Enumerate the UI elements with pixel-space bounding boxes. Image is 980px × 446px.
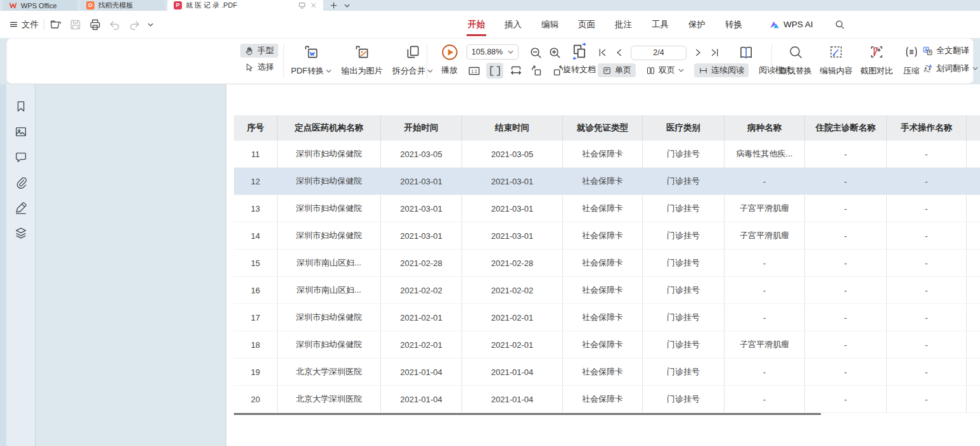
cell-medical-category: 门诊挂号 [643, 331, 725, 358]
previous-page-icon[interactable] [614, 47, 625, 58]
cell-disease-name: - [725, 250, 805, 276]
menu-tools[interactable]: 工具 [650, 13, 670, 36]
table-row[interactable]: 14 深圳市妇幼保健院 2021-03-01 2021-03-01 社会保障卡 … [234, 222, 980, 250]
cell-institution: 深圳市南山区妇... [278, 277, 381, 303]
cell-inpatient-diagnosis: - [805, 359, 887, 385]
double-page-button[interactable]: 双页 [642, 63, 688, 77]
continuous-read-button[interactable]: 连续阅读 [694, 63, 749, 77]
export-image-button[interactable]: 输出为图片 [335, 39, 389, 77]
chevron-down-icon [508, 50, 513, 54]
tab-docer-templates[interactable]: D 找稻壳模板 [80, 0, 165, 11]
screenshot-compare-button[interactable]: 截图对比 [856, 39, 897, 77]
menu-edit[interactable]: 编辑 [540, 13, 560, 36]
zoom-level-dropdown[interactable]: 105.88% [467, 44, 519, 60]
table-row[interactable]: 17 深圳市妇幼保健院 2021-02-01 2021-02-01 社会保障卡 … [234, 304, 980, 331]
cell-disease-name: - [725, 386, 805, 412]
select-tool-button[interactable]: 选择 [240, 60, 278, 74]
tab-pdf-document[interactable]: P 就 医 记 录 .PDF [167, 0, 323, 11]
find-replace-button[interactable]: 查找替换 [775, 39, 816, 77]
menu-protect[interactable]: 保护 [687, 13, 707, 36]
left-edge-strip [0, 84, 6, 446]
table-row[interactable]: 15 深圳市南山区妇... 2021-02-28 2021-02-28 社会保障… [234, 250, 980, 277]
menu-convert[interactable]: 转换 [724, 13, 744, 36]
divider [35, 84, 35, 446]
file-menu-button[interactable]: 文件 [9, 19, 39, 30]
pdf-page[interactable]: 序号 定点医药机构名称 开始时间 结束时间 就诊凭证类型 医疗类别 病种名称 住… [226, 84, 980, 446]
signature-pen-icon[interactable] [14, 201, 28, 215]
thumbnail-image-icon[interactable] [14, 125, 28, 139]
bookmark-icon[interactable] [14, 99, 28, 113]
actual-size-button[interactable]: 1:1 [465, 63, 482, 79]
menu-page[interactable]: 页面 [577, 13, 596, 36]
menu-insert[interactable]: 插入 [503, 13, 523, 36]
monitor-icon[interactable] [298, 1, 306, 10]
hand-tool-button[interactable]: 手型 [240, 44, 278, 58]
pdf-convert-button[interactable]: PDF转换 [287, 39, 335, 77]
table-row[interactable]: 12 深圳市妇幼保健院 2021-03-01 2021-03-01 社会保障卡 … [234, 168, 980, 195]
quick-access-chevron-icon[interactable] [148, 23, 153, 27]
cell-disease-name: - [725, 277, 805, 303]
word-translate-label: 划词翻译 [936, 63, 969, 74]
attachment-icon[interactable] [14, 175, 28, 189]
cell-operation-name: - [887, 277, 967, 303]
menu-home[interactable]: 开始 [467, 13, 486, 36]
full-text-translate-button[interactable]: A 全文翻译 [921, 44, 979, 58]
fit-page-icon [509, 64, 523, 78]
table-row[interactable]: 18 深圳市妇幼保健院 2021-02-01 2021-02-01 社会保障卡 … [234, 331, 980, 359]
continuous-read-label: 连续阅读 [711, 65, 744, 76]
menu-comment[interactable]: 批注 [614, 13, 633, 36]
redo-icon[interactable] [128, 18, 141, 31]
find-replace-icon [788, 44, 803, 60]
cell-operation-name: - [887, 250, 967, 276]
cell-operation-name: - [887, 195, 967, 222]
comment-icon[interactable] [14, 150, 28, 164]
edit-content-button[interactable]: 编辑内容 [816, 39, 856, 77]
read-mode-icon[interactable] [738, 44, 754, 61]
cell-inpatient-diagnosis: - [805, 195, 887, 222]
play-label: 播放 [441, 65, 458, 76]
table-row[interactable]: 11 深圳市妇幼保健院 2021-03-05 2021-03-05 社会保障卡 … [234, 141, 980, 168]
last-page-icon[interactable] [709, 47, 721, 58]
new-tab-icon[interactable] [330, 1, 338, 10]
search-icon[interactable] [834, 19, 845, 30]
fit-width-button[interactable] [486, 63, 503, 79]
tab-list-chevron-icon[interactable] [344, 4, 350, 8]
rotate-document-button[interactable]: 旋转文档 [560, 42, 599, 75]
table-bottom-border [234, 413, 821, 415]
table-row[interactable]: 20 北京大学深圳医院 2021-01-04 2021-01-04 社会保障卡 … [234, 386, 980, 413]
save-icon[interactable] [69, 18, 82, 31]
fit-page-button[interactable] [507, 63, 524, 79]
cell-operation-name: - [887, 331, 967, 358]
table-row[interactable]: 13 深圳市妇幼保健院 2021-03-01 2021-03-01 社会保障卡 … [234, 195, 980, 222]
table-row[interactable]: 16 深圳市南山区妇... 2021-02-02 2021-02-02 社会保障… [234, 277, 980, 304]
cell-institution: 深圳市妇幼保健院 [278, 141, 381, 167]
word-translate-button[interactable]: xA 划词翻译 [921, 61, 979, 75]
rotate-left-button[interactable] [528, 63, 545, 79]
table-row[interactable]: 19 北京大学深圳医院 2021-01-04 2021-01-04 社会保障卡 … [234, 359, 980, 386]
cell-medical-category: 门诊挂号 [643, 277, 725, 303]
cell-disease-name: 子宫平滑肌瘤 [725, 222, 805, 249]
zoom-out-button[interactable] [528, 45, 543, 60]
close-tab-icon[interactable] [310, 2, 317, 9]
single-page-button[interactable]: 单页 [598, 63, 636, 77]
cell-medical-category: 门诊挂号 [643, 141, 725, 167]
print-icon[interactable] [89, 18, 101, 31]
cell-overflow [967, 168, 980, 194]
play-button[interactable]: 播放 [433, 44, 466, 76]
open-folder-icon[interactable] [49, 18, 62, 31]
tab-wps-office[interactable]: WPS Office [3, 0, 77, 11]
page-number-input[interactable] [631, 46, 687, 60]
divider [283, 45, 284, 78]
first-page-icon[interactable] [596, 47, 608, 58]
cell-operation-name: - [887, 222, 967, 249]
cell-institution: 深圳市妇幼保健院 [278, 304, 381, 331]
divider [427, 45, 427, 78]
split-merge-button[interactable]: 拆分合并 [389, 39, 437, 77]
pdf-file-icon: P [174, 1, 182, 10]
wps-ai-button[interactable]: WPS AI [770, 20, 813, 29]
next-page-icon[interactable] [692, 47, 704, 58]
svg-text:1:1: 1:1 [471, 69, 477, 73]
undo-icon[interactable] [108, 18, 121, 31]
cell-inpatient-diagnosis: - [805, 222, 887, 249]
layers-icon[interactable] [14, 226, 28, 240]
